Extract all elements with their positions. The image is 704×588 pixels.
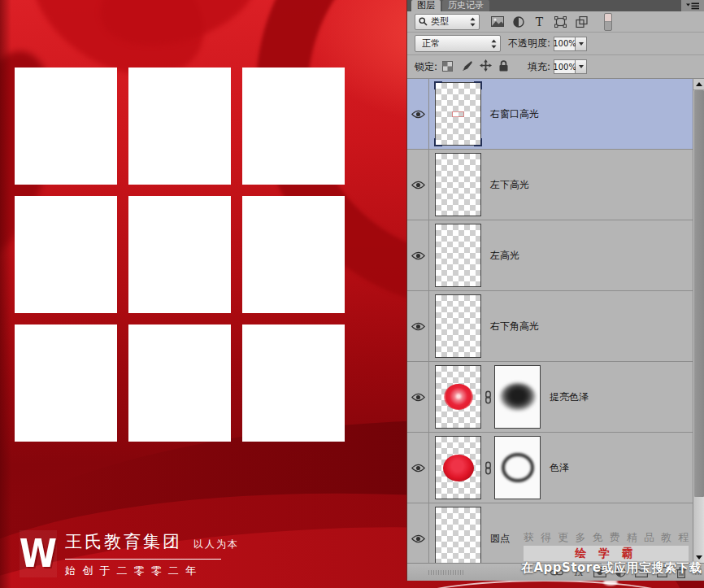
visibility-toggle[interactable] xyxy=(407,503,429,563)
visibility-toggle[interactable] xyxy=(407,79,429,149)
filter-kind-icons: T xyxy=(490,16,589,28)
eye-icon xyxy=(411,251,425,260)
layer-row[interactable]: 左下高光 xyxy=(407,150,693,220)
grid-cell xyxy=(15,324,117,442)
selection-corner xyxy=(434,81,442,89)
layer-name[interactable]: 左高光 xyxy=(490,249,519,263)
scrollbar-thumb[interactable] xyxy=(694,90,704,497)
layer-name[interactable]: 左下高光 xyxy=(490,178,529,192)
blend-row: 正常 不透明度: 100% xyxy=(407,33,704,55)
filter-row: 类型 T xyxy=(407,11,704,33)
filter-type-label: 类型 xyxy=(431,15,467,28)
pixel-layer-filter-icon[interactable] xyxy=(490,16,504,27)
photoshop-workspace: W 王氏教育集团 以人为本 始 创 于 二 零 零 二 年 图层 历史记录 xyxy=(0,0,704,588)
triangle-down-icon xyxy=(696,555,702,560)
visibility-toggle[interactable] xyxy=(407,362,429,432)
tab-layers[interactable]: 图层 xyxy=(411,0,441,11)
mask-paint-blob xyxy=(500,383,536,411)
blend-mode-select[interactable]: 正常 xyxy=(415,35,501,52)
grid-cell xyxy=(128,324,231,442)
lock-row: 锁定: 填充: 100% xyxy=(407,55,704,79)
panel-menu-button[interactable] xyxy=(681,0,704,11)
opacity-dropdown-button[interactable] xyxy=(576,37,587,51)
layer-name[interactable]: 右下角高光 xyxy=(490,320,539,333)
mask-link[interactable] xyxy=(481,461,494,475)
lock-pixels-brush-icon[interactable] xyxy=(460,59,472,75)
layer-thumbnail[interactable] xyxy=(435,294,481,358)
layer-controls: 类型 T xyxy=(407,11,704,79)
selection-corner xyxy=(434,138,442,146)
fill-value-field[interactable]: 100% xyxy=(554,59,576,74)
filter-type-select[interactable]: 类型 xyxy=(415,14,480,30)
eye-icon xyxy=(411,110,425,119)
filter-toggle-switch[interactable] xyxy=(604,13,612,31)
updown-arrows-icon xyxy=(470,17,476,27)
red-blob xyxy=(443,455,474,481)
scroll-up-button[interactable] xyxy=(693,79,704,90)
fill-dropdown-button[interactable] xyxy=(576,59,587,74)
layer-row[interactable]: 色泽 xyxy=(407,433,693,503)
layer-row[interactable]: 提亮色泽 xyxy=(407,362,693,433)
mask-link[interactable] xyxy=(481,390,494,404)
updown-arrows-icon xyxy=(491,39,497,49)
watermark-brand-band: 绘 学 霸 xyxy=(524,546,689,561)
layer-list-scrollbar[interactable] xyxy=(693,79,704,563)
layer-thumbnail[interactable] xyxy=(435,365,481,429)
layer-thumbnail[interactable] xyxy=(435,507,481,563)
lock-position-move-icon[interactable] xyxy=(480,59,492,75)
chain-link-icon xyxy=(485,461,492,475)
layer-row[interactable]: 右窗口高光 xyxy=(407,79,693,150)
layer-thumbnail[interactable] xyxy=(435,224,481,287)
layer-row[interactable]: 右下角高光 xyxy=(407,291,693,362)
panel-tab-bar: 图层 历史记录 xyxy=(407,0,704,11)
photo-grid xyxy=(15,68,345,442)
layer-name[interactable]: 色泽 xyxy=(550,461,569,475)
watermark-tutorial-text: 获 得 更 多 免 费 精 品 教 程 xyxy=(524,530,690,545)
logo-slogan: 以人为本 xyxy=(193,538,239,551)
selection-corner xyxy=(474,138,482,146)
selection-corner xyxy=(474,81,482,89)
left-shade xyxy=(0,0,11,588)
lock-label: 锁定: xyxy=(415,60,437,74)
shape-layer-filter-icon[interactable] xyxy=(554,16,567,28)
lock-all-icon[interactable] xyxy=(499,59,508,75)
triangle-down-icon xyxy=(579,65,584,68)
lock-icons xyxy=(442,59,508,75)
opacity-label: 不透明度: xyxy=(508,37,550,50)
panel-menu-icon xyxy=(686,2,699,10)
mask-ring-blob xyxy=(502,453,534,482)
type-layer-filter-icon[interactable]: T xyxy=(532,16,546,27)
layer-row[interactable]: 左高光 xyxy=(407,220,693,291)
w-logo-icon: W xyxy=(20,530,57,577)
grid-cell xyxy=(128,68,231,185)
adjustment-layer-filter-icon[interactable] xyxy=(511,16,525,28)
eye-icon xyxy=(411,181,425,189)
grid-cell xyxy=(242,196,345,313)
layer-list: 右窗口高光 左下高光 左高光 xyxy=(407,79,704,563)
grid-cell xyxy=(242,324,345,442)
visibility-toggle[interactable] xyxy=(407,150,429,220)
layer-mask-thumbnail[interactable] xyxy=(494,436,541,499)
layer-name[interactable]: 右窗口高光 xyxy=(490,107,539,121)
search-icon xyxy=(419,17,428,26)
lock-transparency-icon[interactable] xyxy=(442,59,453,75)
visibility-toggle[interactable] xyxy=(407,291,429,361)
layer-thumbnail[interactable] xyxy=(435,153,481,216)
tab-history[interactable]: 历史记录 xyxy=(442,0,489,11)
smart-object-filter-icon[interactable] xyxy=(575,16,589,28)
layer-thumbnail[interactable] xyxy=(435,82,481,146)
layer-thumbnail[interactable] xyxy=(435,436,481,499)
eye-icon xyxy=(411,534,425,543)
opacity-value-field[interactable]: 100% xyxy=(554,37,576,51)
layer-name[interactable]: 提亮色泽 xyxy=(550,390,589,404)
visibility-toggle[interactable] xyxy=(407,220,429,290)
layer-name[interactable]: 圆点 xyxy=(490,532,510,546)
svg-text:T: T xyxy=(536,16,544,27)
layer-rows: 右窗口高光 左下高光 左高光 xyxy=(407,79,693,563)
logo-text-block: 王氏教育集团 以人为本 始 创 于 二 零 零 二 年 xyxy=(65,530,239,578)
company-logo: W 王氏教育集团 以人为本 始 创 于 二 零 零 二 年 xyxy=(20,530,239,578)
layer-mask-thumbnail[interactable] xyxy=(494,365,541,429)
visibility-toggle[interactable] xyxy=(407,433,429,503)
grid-cell xyxy=(128,196,231,313)
horizontal-grip[interactable] xyxy=(428,570,464,575)
